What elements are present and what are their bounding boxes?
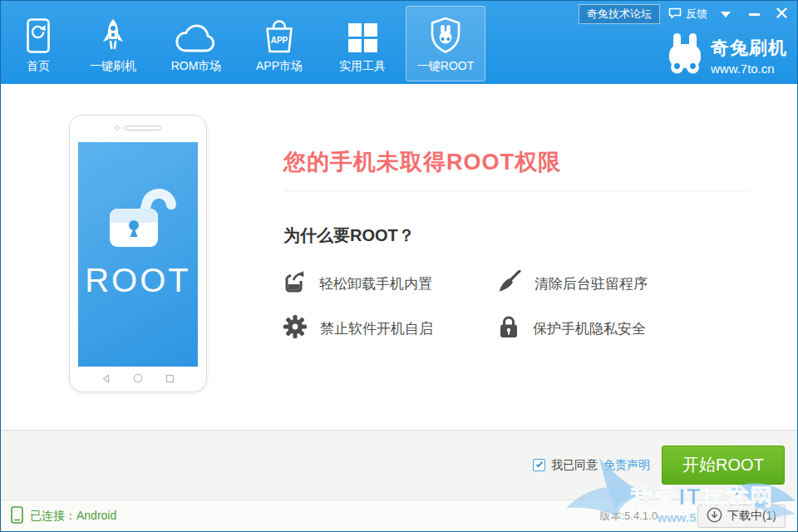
app-bag-icon: APP: [262, 17, 297, 53]
status-bar: 已连接：Android 版本:5.4.1.0 下载中(1): [1, 500, 797, 531]
tab-label: 一键刷机: [90, 59, 136, 74]
tab-flash[interactable]: 一键刷机: [73, 6, 153, 81]
feature-label: 轻松卸载手机内置: [319, 274, 432, 293]
tab-label: ROM市场: [171, 59, 222, 74]
phone-nav-buttons: [70, 372, 206, 387]
agree-checkbox[interactable]: [533, 459, 545, 471]
forum-button[interactable]: 奇兔技术论坛: [579, 4, 660, 24]
brand-name: 奇兔刷机: [711, 36, 787, 61]
root-info-panel: 您的手机未取得ROOT权限 为什么要ROOT？ 轻松卸载手机内置: [283, 84, 749, 340]
tab-label: 实用工具: [339, 59, 386, 74]
close-button[interactable]: [776, 7, 787, 21]
connected-phone-icon: [11, 506, 23, 526]
main-nav: 首页 一键刷机: [7, 6, 485, 81]
version-label: 版本:5.4.1.0: [600, 509, 658, 524]
tab-rom-market[interactable]: ROM市场: [156, 6, 236, 81]
header-bar: 奇兔技术论坛 反馈: [1, 1, 797, 84]
feedback-label: 反馈: [686, 7, 707, 22]
phone-speaker-slot: [125, 126, 161, 131]
connection-status: 已连接：Android: [11, 506, 116, 526]
app-logo: 奇兔刷机 www.7to.cn: [667, 32, 787, 79]
window-topbar: 奇兔技术论坛 反馈: [579, 4, 791, 24]
feature-item: 保护手机隐私安全: [498, 317, 712, 340]
recents-square-icon: [165, 372, 175, 387]
phone-illustration: ROOT: [69, 115, 207, 392]
back-triangle-icon: [101, 372, 111, 387]
rocket-icon: [97, 17, 129, 53]
start-root-button[interactable]: 开始ROOT: [662, 446, 785, 485]
grid-icon: [347, 17, 378, 53]
disclaimer-link[interactable]: 免责声明: [603, 458, 650, 473]
page-title: 您的手机未取得ROOT权限: [283, 84, 749, 177]
download-icon: [707, 507, 722, 525]
feature-list: 轻松卸载手机内置 清除后台驻留程序: [283, 272, 749, 340]
app-window: 奇兔技术论坛 反馈: [0, 0, 798, 532]
unlocked-padlock-icon: [100, 180, 176, 252]
main-content: ROOT 您的手机未取得ROOT权限 为什么要ROOT？: [1, 84, 797, 430]
phone-refresh-icon: [24, 17, 52, 53]
download-manager-button[interactable]: 下载中(1): [697, 505, 786, 528]
connection-text: 已连接：Android: [30, 509, 116, 524]
home-circle-icon: [133, 372, 143, 387]
feedback-button[interactable]: 反馈: [668, 7, 707, 22]
agreement-row: 我已同意 免责声明: [533, 458, 650, 473]
brand-url: www.7to.cn: [711, 62, 787, 76]
tab-tools[interactable]: 实用工具: [323, 6, 402, 81]
tab-label: APP市场: [256, 59, 303, 74]
tab-label: 首页: [27, 59, 50, 74]
feature-item: 清除后台驻留程序: [498, 272, 712, 295]
shield-rabbit-icon: [428, 17, 463, 53]
tab-home[interactable]: 首页: [7, 6, 70, 81]
phone-screen-root-label: ROOT: [85, 262, 191, 299]
uninstall-icon: [283, 270, 306, 297]
feature-item: 轻松卸载手机内置: [283, 272, 498, 295]
checkmark-icon: [536, 461, 543, 468]
lock-icon: [498, 315, 520, 342]
feature-label: 保护手机隐私安全: [533, 319, 646, 338]
download-label: 下载中(1): [727, 509, 776, 524]
feature-label: 禁止软件开机自启: [320, 319, 433, 338]
chevron-down-icon[interactable]: [721, 12, 731, 17]
tab-app-market[interactable]: APP APP市场: [239, 6, 319, 81]
cloud-icon: [175, 17, 218, 53]
phone-screen: ROOT: [78, 142, 198, 367]
minimize-button[interactable]: [749, 13, 760, 16]
agree-label: 我已同意: [551, 458, 598, 473]
tab-label: 一键ROOT: [417, 59, 474, 74]
phone-camera-dot: [115, 126, 120, 131]
feature-item: 禁止软件开机自启: [283, 317, 498, 340]
tab-one-key-root[interactable]: 一键ROOT: [406, 6, 485, 81]
why-root-heading: 为什么要ROOT？: [283, 224, 749, 247]
svg-text:APP: APP: [271, 36, 288, 45]
feature-label: 清除后台驻留程序: [534, 274, 648, 293]
speech-bubble-icon: [668, 7, 682, 22]
gear-icon: [283, 315, 307, 342]
brush-icon: [498, 270, 521, 297]
rabbit-logo-icon: [667, 32, 703, 79]
action-footer: 我已同意 免责声明 开始ROOT: [1, 430, 797, 500]
divider: [283, 190, 749, 191]
